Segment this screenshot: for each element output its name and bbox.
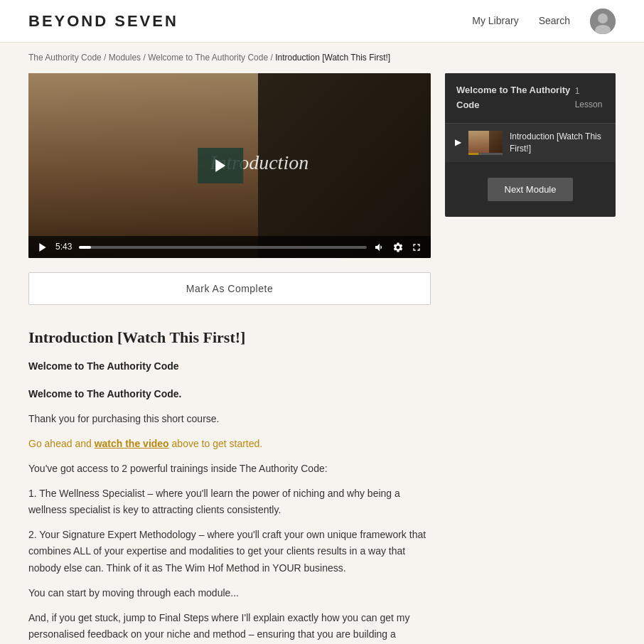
play-icon (212, 157, 229, 174)
play-button-container (198, 148, 243, 183)
video-player[interactable]: Introduction 5:43 (28, 73, 431, 258)
lesson-content: Introduction [Watch This First!] Welcome… (28, 325, 431, 644)
progress-fill (79, 246, 90, 249)
lesson-para2: You've got access to 2 powerful training… (28, 461, 431, 477)
fullscreen-icon (411, 242, 422, 253)
sidebar-lesson-item[interactable]: ▶ Introduction [Watch This First!] (445, 124, 616, 162)
logo: BEYOND SEVEN (28, 9, 178, 33)
thumb-progress-fill (468, 153, 478, 155)
thumb-person-bg (468, 131, 489, 155)
sidebar-lesson-count: 1 Lesson (575, 85, 604, 112)
play-button[interactable] (198, 148, 243, 183)
lesson-para5: You can start by moving through each mod… (28, 585, 431, 601)
lesson-para4: 2. Your Signature Expert Methodology – w… (28, 527, 431, 576)
breadcrumb-authority-code[interactable]: The Authority Code (28, 53, 102, 63)
current-time: 5:43 (55, 240, 72, 254)
sidebar-play-icon: ▶ (455, 136, 461, 149)
lesson-title: Introduction [Watch This First!] (28, 325, 431, 350)
svg-marker-3 (215, 159, 225, 172)
video-controls: 5:43 (28, 236, 431, 258)
settings-button[interactable] (392, 242, 404, 253)
volume-icon (374, 242, 385, 253)
sidebar-header-title: Welcome to The Authority Code (456, 83, 575, 113)
next-module-container: Next Module (445, 162, 616, 217)
lesson-para3: 1. The Wellness Specialist – where you'l… (28, 485, 431, 518)
content-left: Introduction 5:43 (28, 73, 431, 644)
sidebar-header: Welcome to The Authority Code 1 Lesson (445, 73, 616, 124)
lesson-thumbnail (468, 131, 503, 155)
go-ahead-prefix: Go ahead and (28, 438, 95, 449)
my-library-link[interactable]: My Library (472, 13, 518, 28)
thumb-progress-bar (468, 153, 503, 155)
volume-button[interactable] (374, 242, 385, 253)
avatar[interactable] (590, 9, 616, 34)
lesson-item-title: Introduction [Watch This First!] (510, 131, 606, 155)
next-module-button[interactable]: Next Module (488, 178, 574, 201)
watch-video-link[interactable]: watch the video (95, 438, 169, 449)
play-pause-icon (37, 242, 48, 253)
main-layout: Introduction 5:43 (0, 73, 644, 644)
breadcrumb-sep1: / (104, 53, 109, 63)
fullscreen-button[interactable] (411, 242, 422, 253)
svg-marker-4 (39, 243, 45, 252)
header: BEYOND SEVEN My Library Search (0, 0, 644, 43)
header-nav: My Library Search (472, 9, 616, 34)
lesson-para6: And, if you get stuck, jump to Final Ste… (28, 610, 431, 644)
breadcrumb: The Authority Code / Modules / Welcome t… (0, 43, 644, 73)
mark-complete-button[interactable]: Mark As Complete (28, 272, 431, 305)
lesson-bold-intro: Welcome to The Authority Code. (28, 386, 431, 402)
lesson-para1: Thank you for purchasing this short cour… (28, 411, 431, 427)
progress-bar[interactable] (79, 246, 367, 249)
sidebar: Welcome to The Authority Code 1 Lesson ▶… (445, 73, 616, 217)
lesson-subtitle: Welcome to The Authority Code (28, 358, 431, 374)
go-ahead-suffix: above to get started. (169, 438, 263, 449)
svg-point-1 (598, 14, 608, 23)
breadcrumb-current: Introduction [Watch This First!] (275, 53, 390, 63)
breadcrumb-welcome[interactable]: Welcome to The Authority Code (148, 53, 268, 63)
lesson-go-ahead: Go ahead and watch the video above to ge… (28, 436, 431, 452)
breadcrumb-modules[interactable]: Modules (109, 53, 141, 63)
search-link[interactable]: Search (539, 13, 570, 28)
play-pause-button[interactable] (37, 242, 48, 253)
lesson-body: Welcome to The Authority Code. Thank you… (28, 386, 431, 644)
lesson-item-info: Introduction [Watch This First!] (510, 131, 606, 155)
settings-icon (392, 242, 404, 253)
